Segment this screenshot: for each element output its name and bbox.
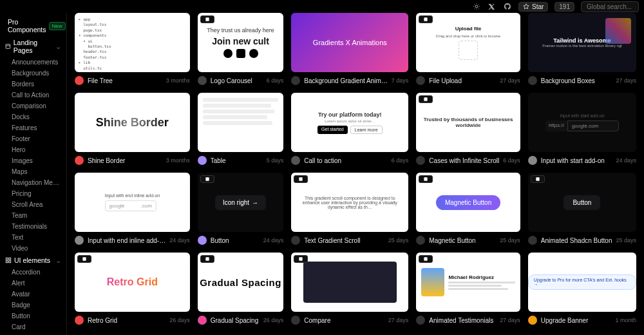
- sidebar-item[interactable]: Scroll Area: [0, 199, 66, 210]
- component-card[interactable]: Button Animated Shadcn Button 25 days: [528, 173, 636, 245]
- sidebar-item[interactable]: Team: [0, 210, 66, 221]
- author-avatar[interactable]: [291, 316, 300, 325]
- x-twitter-icon[interactable]: [488, 2, 497, 11]
- author-avatar[interactable]: [75, 76, 84, 85]
- component-card[interactable]: ▸ app layout.tsx page.tsx▾ components ▾ …: [75, 13, 190, 85]
- component-card[interactable]: This gradient scroll component is design…: [291, 173, 408, 245]
- card-preview[interactable]: This gradient scroll component is design…: [291, 173, 408, 232]
- sidebar-item[interactable]: Text: [0, 232, 66, 243]
- component-card[interactable]: Icon right → Button 24 days: [198, 173, 284, 245]
- sidebar-item[interactable]: Comparison: [0, 100, 66, 111]
- card-preview[interactable]: Try our platform today!Lorem ipsum dolor…: [291, 93, 408, 152]
- sidebar-item[interactable]: Accordion: [0, 267, 66, 278]
- card-preview[interactable]: Trusted by thousands of businesses world…: [416, 93, 520, 152]
- author-avatar[interactable]: [416, 316, 425, 325]
- sidebar-section-ui[interactable]: UI elements ⌄: [0, 254, 66, 267]
- github-icon[interactable]: [503, 2, 512, 11]
- author-avatar[interactable]: [198, 76, 207, 85]
- author-avatar[interactable]: [291, 236, 300, 245]
- sidebar-item[interactable]: Carousel: [0, 332, 66, 335]
- component-card[interactable]: Trusted by thousands of businesses world…: [416, 93, 520, 165]
- author-avatar[interactable]: [75, 236, 84, 245]
- card-preview[interactable]: Upload fileDrag and drop here or click t…: [416, 13, 520, 72]
- sidebar-item[interactable]: Card: [0, 321, 66, 332]
- author-avatar[interactable]: [528, 76, 537, 85]
- component-card[interactable]: Input with start add-onhttps:// Input wi…: [528, 93, 636, 165]
- card-preview[interactable]: Input with end inline add-on.com: [75, 173, 190, 232]
- pro-tag: [200, 255, 214, 263]
- sidebar-item[interactable]: Maps: [0, 166, 66, 177]
- card-meta: Cases with Infinite Scroll 6 days: [416, 156, 520, 165]
- component-card[interactable]: Upload fileDrag and drop here or click t…: [416, 13, 520, 85]
- component-card[interactable]: Input with end inline add-on.com Input w…: [75, 173, 190, 245]
- author-avatar[interactable]: [75, 316, 84, 325]
- sidebar-item[interactable]: Footer: [0, 133, 66, 144]
- card-preview[interactable]: Upgrade to Pro for more CTA's and Ext. h…: [528, 253, 636, 312]
- card-preview[interactable]: Input with start add-onhttps://: [528, 93, 636, 152]
- author-avatar[interactable]: [528, 156, 537, 165]
- sidebar-section-landing[interactable]: Landing Pages ⌄: [0, 36, 66, 57]
- sidebar-item[interactable]: Pricing: [0, 188, 66, 199]
- sidebar-item[interactable]: Features: [0, 122, 66, 133]
- sidebar-item[interactable]: Video: [0, 243, 66, 254]
- component-card[interactable]: They trust us already hereJoin new cult …: [198, 13, 284, 85]
- sidebar-item[interactable]: Navigation Menus: [0, 177, 66, 188]
- svg-rect-12: [424, 177, 428, 180]
- component-card[interactable]: Magnetic Button Magnetic Button 25 days: [416, 173, 520, 245]
- sidebar-item[interactable]: Hero: [0, 144, 66, 155]
- author-avatar[interactable]: [198, 236, 207, 245]
- card-preview[interactable]: Shine Border: [75, 93, 190, 152]
- pro-tag: [77, 255, 91, 263]
- card-preview[interactable]: Magnetic Button: [416, 173, 520, 232]
- card-preview[interactable]: Icon right →: [198, 173, 284, 232]
- card-title: Upgrade Banner: [541, 317, 612, 324]
- sidebar-item[interactable]: Docks: [0, 111, 66, 122]
- author-avatar[interactable]: [416, 156, 425, 165]
- author-avatar[interactable]: [416, 76, 425, 85]
- author-avatar[interactable]: [291, 76, 300, 85]
- component-card[interactable]: Tailwind is AwesomeFramer motion is the …: [528, 13, 636, 85]
- author-avatar[interactable]: [198, 156, 207, 165]
- theme-toggle-icon[interactable]: [472, 2, 481, 11]
- sidebar-item[interactable]: Images: [0, 155, 66, 166]
- card-preview[interactable]: Button: [528, 173, 636, 232]
- card-preview[interactable]: [291, 253, 408, 312]
- author-avatar[interactable]: [198, 316, 207, 325]
- card-preview[interactable]: ▸ app layout.tsx page.tsx▾ components ▾ …: [75, 13, 190, 72]
- card-preview[interactable]: They trust us already hereJoin new cult: [198, 13, 284, 72]
- component-card[interactable]: Compare 27 days: [291, 253, 408, 325]
- github-star-button[interactable]: Star: [518, 2, 548, 12]
- sidebar-item[interactable]: Testimonials: [0, 221, 66, 232]
- sidebar-item[interactable]: Backgrounds: [0, 68, 66, 79]
- sidebar-item[interactable]: Alert: [0, 278, 66, 289]
- card-preview[interactable]: Michael Rodriguez: [416, 253, 520, 312]
- author-avatar[interactable]: [75, 156, 84, 165]
- card-preview[interactable]: Retro Grid: [75, 253, 190, 312]
- component-card[interactable]: Table 5 days: [198, 93, 284, 165]
- author-avatar[interactable]: [291, 156, 300, 165]
- component-card[interactable]: Try our platform today!Lorem ipsum dolor…: [291, 93, 408, 165]
- component-card[interactable]: Upgrade to Pro for more CTA's and Ext. h…: [528, 253, 636, 325]
- component-card[interactable]: Gradual Spacing Gradual Spacing 26 days: [198, 253, 284, 325]
- author-avatar[interactable]: [528, 316, 537, 325]
- component-card[interactable]: Retro Grid Retro Grid 26 days: [75, 253, 190, 325]
- card-preview[interactable]: [198, 93, 284, 152]
- sidebar-pro-components[interactable]: Pro Components New: [0, 15, 66, 36]
- card-preview[interactable]: Gradual Spacing: [198, 253, 284, 312]
- sidebar-item[interactable]: Button: [0, 311, 66, 321]
- component-card[interactable]: Michael Rodriguez Animated Testimonials …: [416, 253, 520, 325]
- card-preview[interactable]: Tailwind is AwesomeFramer motion is the …: [528, 13, 636, 72]
- sidebar-item[interactable]: Badge: [0, 300, 66, 311]
- card-time: 6 days: [392, 157, 409, 164]
- sidebar-item[interactable]: Borders: [0, 79, 66, 90]
- card-preview[interactable]: Gradients X Animations: [291, 13, 408, 72]
- author-avatar[interactable]: [416, 236, 425, 245]
- sidebar-item[interactable]: Call to Action: [0, 90, 66, 100]
- sidebar-item[interactable]: Announcements: [0, 57, 66, 68]
- component-card[interactable]: Shine Border Shine Border 3 months: [75, 93, 190, 165]
- global-search-input[interactable]: [581, 1, 639, 12]
- star-count[interactable]: 191: [554, 2, 574, 12]
- sidebar-item[interactable]: Avatar: [0, 289, 66, 300]
- author-avatar[interactable]: [528, 236, 537, 245]
- component-card[interactable]: Gradients X Animations Background Gradie…: [291, 13, 408, 85]
